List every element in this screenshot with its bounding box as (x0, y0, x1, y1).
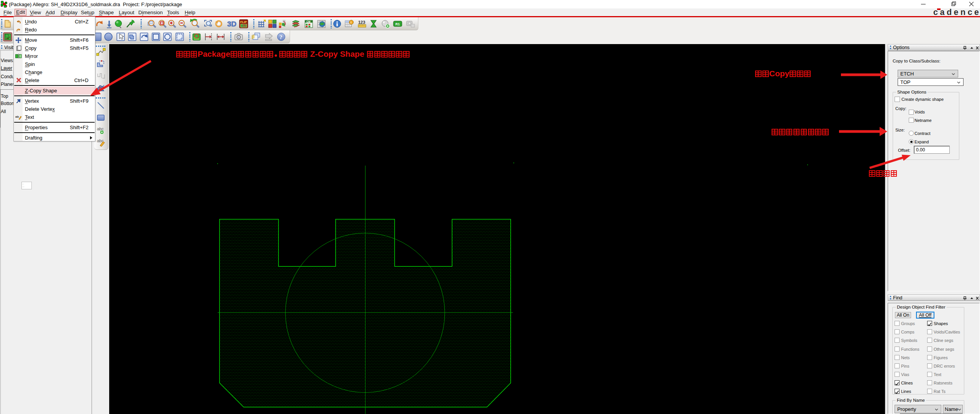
svg-text:R1: R1 (395, 22, 400, 26)
svg-text:123: 123 (358, 20, 365, 25)
svg-text:?: ? (280, 34, 283, 40)
svg-text:CM: CM (306, 20, 310, 23)
svg-text:3D: 3D (227, 20, 236, 28)
svg-text:FLIP: FLIP (240, 20, 247, 24)
svg-text:ab: ab (15, 115, 19, 118)
